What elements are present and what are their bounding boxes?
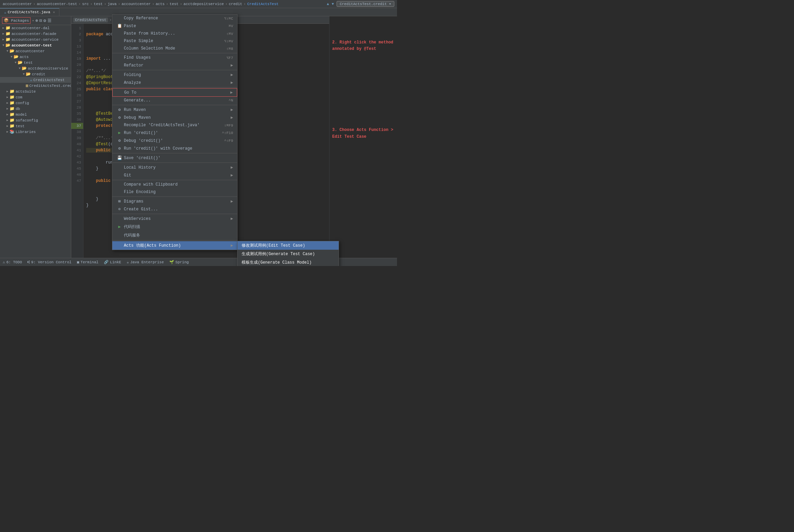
menu-item-column-selection[interactable]: Column Selection Mode ⇧⌘8 (112, 45, 237, 52)
tree-item[interactable]: ▼ 📂 test (0, 60, 71, 65)
tree-arrow-icon: ▶ (1, 26, 5, 30)
dropdown-arrow-icon[interactable]: ▾ (32, 19, 34, 23)
tree-arrow-icon: ▶ (5, 107, 10, 111)
bc-credit[interactable]: credit (229, 2, 242, 6)
tree-item[interactable]: ▶ 📁 test (0, 123, 71, 129)
tree-item[interactable]: ▶ 📁 sofaconfig (0, 117, 71, 123)
menu-item-folding[interactable]: Folding ▶ (112, 71, 237, 79)
tree-item[interactable]: ▶ 📁 actsSuite (0, 89, 71, 94)
bc-accountcenter-test[interactable]: accountcenter-test (37, 2, 77, 6)
menu-item-recompile[interactable]: Recompile 'CreditActsTest.java' ⇧⌘F9 (112, 121, 237, 129)
tree-item[interactable]: ▼ 📂 accountcenter-test (0, 42, 71, 48)
menu-item-run-credit[interactable]: ▶ Run 'credit()' ^⇧F10 (112, 129, 237, 137)
sync-icon[interactable]: ⊕ (35, 18, 38, 23)
tree-item[interactable]: ▼ 📂 credit (0, 71, 71, 77)
tree-item[interactable]: ▶ 📚 Libraries (0, 129, 71, 135)
tree-item[interactable]: ▼ 📂 acts (0, 54, 71, 60)
instruction-3: 3. Choose Acts Function > Edit Test Case (332, 127, 394, 140)
tab-creditactstest-java[interactable]: ☕ CreditActsTest.java ✕ (0, 8, 59, 16)
menu-label: Paste (124, 24, 222, 28)
menu-item-local-history[interactable]: Local History ▶ (112, 164, 237, 171)
menu-label: File Encoding (124, 190, 233, 194)
tree-item[interactable]: ▶ 📁 db (0, 106, 71, 112)
options-icon[interactable]: ☰ (48, 18, 52, 23)
settings-icon[interactable]: ⚙ (43, 18, 46, 23)
nav-arrow-up[interactable]: ▲ (327, 2, 329, 6)
bc-accountcenter[interactable]: accountcenter (3, 2, 32, 6)
bc-acts[interactable]: acts (156, 2, 165, 6)
status-terminal[interactable]: ▣ Terminal (77, 260, 98, 264)
menu-label: Diagrams (124, 199, 228, 204)
menu-shortcut: ⌥⇧⌘V (224, 39, 233, 43)
menu-separator (112, 196, 237, 197)
menu-item-code-service[interactable]: 代码服务 (112, 231, 237, 240)
menu-item-run-coverage[interactable]: ⚙ Run 'credit()' with Coverage (112, 145, 237, 152)
breadcrumb-class[interactable]: CreditActsTest (73, 18, 108, 22)
menu-item-copy-reference[interactable]: Copy Reference ⌥⇧⌘C (112, 15, 237, 22)
link-icon: 🔗 (104, 260, 109, 264)
bc-acctdepositservice[interactable]: acctdepositservice (184, 2, 224, 6)
bc-test2[interactable]: test (170, 2, 178, 6)
tree-item[interactable]: ▶ 📁 accountcenter-dal (0, 25, 71, 31)
menu-item-goto[interactable]: Go To ▶ (112, 88, 237, 97)
tree-item[interactable]: ▼ 📂 acctdepositservice (0, 65, 71, 71)
tree-item[interactable]: ▶ 📁 com (0, 94, 71, 100)
menu-item-find-usages[interactable]: Find Usages ⌥F7 (112, 54, 237, 61)
status-spring[interactable]: 🌱 Spring (169, 260, 189, 264)
tree-arrow-icon: ▶ (5, 130, 10, 134)
menu-item-paste-simple[interactable]: Paste Simple ⌥⇧⌘V (112, 37, 237, 45)
status-todo-label: 6: TODO (6, 260, 22, 264)
menu-item-diagrams[interactable]: ⊞ Diagrams ▶ (112, 197, 237, 205)
status-java-enterprise[interactable]: ☕ Java Enterprise (127, 260, 164, 264)
submenu-arrow-icon: ▶ (231, 216, 233, 221)
menu-item-run-maven[interactable]: ⚙ Run Maven ▶ (112, 106, 237, 114)
tree-item[interactable]: ▼ 📂 accountcenter (0, 48, 71, 54)
tree-item[interactable]: ▶ 📁 model (0, 112, 71, 117)
bc-test[interactable]: test (94, 2, 102, 6)
menu-item-paste-history[interactable]: Paste from History... ⇧⌘V (112, 30, 237, 37)
bc-src[interactable]: src (82, 2, 89, 6)
yaml-file-icon: ▦ (26, 83, 28, 88)
bc-java[interactable]: java (108, 2, 116, 6)
bc-class[interactable]: CreditActsTest (247, 2, 278, 6)
menu-item-analyze[interactable]: Analyze ▶ (112, 79, 237, 87)
tree-arrow-icon: ▼ (10, 55, 14, 59)
folder-icon: 📁 (5, 25, 11, 31)
menu-item-refactor[interactable]: Refactor ▶ (112, 61, 237, 69)
menu-item-file-encoding[interactable]: File Encoding (112, 188, 237, 196)
status-linke[interactable]: 🔗 LinkE (104, 260, 121, 264)
menu-item-debug-maven[interactable]: ⚙ Debug Maven ▶ (112, 114, 237, 121)
tree-item-creditactstest[interactable]: ☕ CreditActsTest (0, 77, 71, 83)
tab-close-button[interactable]: ✕ (53, 10, 55, 14)
terminal-icon: ▣ (77, 260, 79, 264)
nav-arrow-down[interactable]: ▼ (332, 2, 334, 6)
menu-item-code-scan[interactable]: ▶ 代码扫描 (112, 223, 237, 231)
menu-item-create-gist[interactable]: ⊙ Create Gist... (112, 205, 237, 213)
menu-item-git[interactable]: Git ▶ (112, 171, 237, 179)
file-badge[interactable]: CreditActsTest.credit ▾ (337, 1, 394, 7)
sidebar: 📦 Packages ▾ ⊕ ⊟ ⚙ ☰ ▶ 📁 accountcenter-d… (0, 16, 71, 258)
status-linke-label: LinkE (110, 260, 121, 264)
menu-item-compare-clipboard[interactable]: Compare with Clipboard (112, 181, 237, 188)
submenu-arrow-icon: ▶ (231, 115, 233, 120)
bc-accountcenter2[interactable]: accountcenter (121, 2, 151, 6)
menu-item-save-credit[interactable]: 💾 Save 'credit()' (112, 154, 237, 162)
status-todo[interactable]: ⚠ 6: TODO (3, 260, 22, 264)
menu-label: Run Maven (124, 108, 228, 112)
tree-item-creditactstest-yaml[interactable]: ▦ CreditActsTest.credit.yaml (0, 83, 71, 89)
menu-item-generate[interactable]: Generate... ^N (112, 97, 237, 104)
submenu-generate-class-model[interactable]: 模板生成(Generate Class Model) (238, 258, 339, 266)
sidebar-title: 📦 Packages (4, 19, 29, 23)
status-vcs[interactable]: ⑆ 9: Version Control (27, 260, 72, 264)
collapse-icon[interactable]: ⊟ (39, 18, 42, 23)
tree-item[interactable]: ▶ 📁 accountcenter-facade (0, 31, 71, 37)
tree-item[interactable]: ▶ 📁 config (0, 100, 71, 106)
menu-item-debug-credit[interactable]: ⚙ Debug 'credit()' ^⇧F9 (112, 137, 237, 145)
menu-item-acts-function[interactable]: Acts 功能(Acts Function) ▶ 修改测试用例(Edit Tes… (112, 241, 237, 250)
submenu-arrow-icon: ▶ (231, 165, 233, 170)
menu-item-paste[interactable]: 📋 Paste ⌘V (112, 22, 237, 30)
submenu-edit-test-case[interactable]: 修改测试用例(Edit Test Case) (238, 241, 339, 250)
tree-item[interactable]: ▶ 📁 accountcenter-service (0, 37, 71, 42)
submenu-generate-test-case[interactable]: 生成测试用例(Generate Test Case) (238, 250, 339, 258)
menu-item-webservices[interactable]: WebServices ▶ (112, 215, 237, 223)
